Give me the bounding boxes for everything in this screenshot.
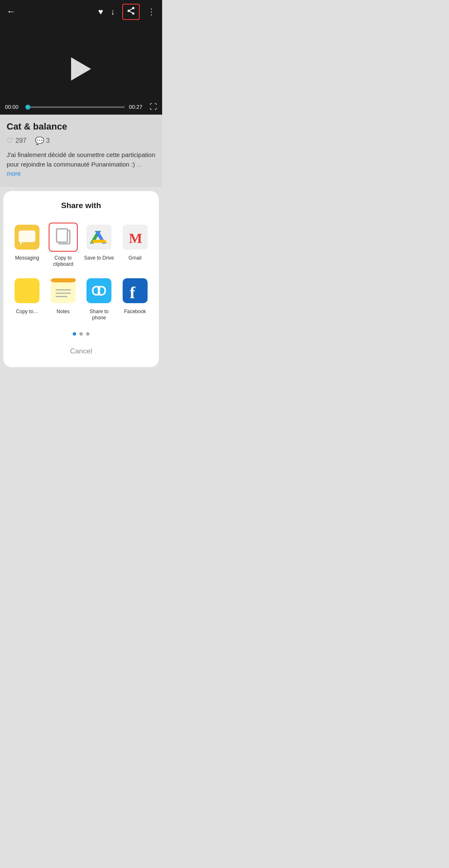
share-item-sharephone[interactable]: Share to phone [82, 274, 116, 324]
messaging-icon-wrap [12, 223, 42, 252]
top-bar-actions: ♥ ↓ ⋮ [98, 4, 155, 20]
top-bar: ← ♥ ↓ ⋮ [0, 0, 162, 23]
dot-1 [73, 332, 76, 336]
messaging-label: Messaging [15, 255, 39, 262]
svg-marker-15 [91, 240, 107, 243]
content-area: Cat & balance ♡ 297 💬 3 J'ai finalement … [0, 115, 162, 187]
current-time: 00:00 [5, 104, 22, 110]
facebook-icon: f [123, 278, 148, 303]
likes-stat: ♡ 297 [7, 136, 27, 145]
total-time: 00:27 [129, 104, 146, 110]
svg-point-1 [128, 10, 130, 12]
clipboard-icon-wrap [49, 223, 78, 252]
notes-label: Notes [57, 309, 69, 315]
back-button[interactable]: ← [7, 6, 16, 17]
share-title: Share with [10, 201, 152, 210]
share-item-gmail[interactable]: M Gmail [118, 220, 153, 270]
dot-2 [79, 332, 83, 336]
sharephone-label: Share to phone [83, 309, 116, 321]
messaging-icon [15, 225, 39, 250]
svg-point-0 [132, 7, 135, 9]
share-item-messaging[interactable]: Messaging [10, 220, 44, 270]
heart-icon[interactable]: ♥ [98, 7, 103, 17]
facebook-label: Facebook [124, 309, 146, 315]
facebook-icon-wrap: f [121, 276, 150, 305]
share-modal: Share with Messaging Copy t [3, 191, 159, 367]
stats-row: ♡ 297 💬 3 [7, 136, 155, 145]
notes-icon-wrap [49, 276, 78, 305]
progress-track[interactable] [26, 106, 125, 108]
pagination-dots [10, 332, 152, 336]
fullscreen-icon[interactable]: ⛶ [150, 103, 157, 111]
gmail-icon: M [123, 225, 148, 250]
comment-icon: 💬 [35, 136, 44, 145]
share-item-copyto[interactable]: Copy to… [10, 274, 44, 324]
copyto-label: Copy to… [16, 309, 38, 315]
progress-bar-area: 00:00 00:27 ⛶ [0, 99, 162, 115]
comments-stat: 💬 3 [35, 136, 50, 145]
svg-rect-10 [57, 229, 67, 242]
svg-line-3 [130, 11, 132, 13]
share-item-facebook[interactable]: f Facebook [118, 274, 153, 324]
sharephone-icon [86, 278, 111, 303]
gmail-icon-wrap: M [121, 223, 150, 252]
copyto-icon-wrap [12, 276, 42, 305]
drive-label: Save to Drive [84, 255, 114, 262]
cancel-button[interactable]: Cancel [10, 342, 152, 360]
svg-text:M: M [129, 230, 142, 246]
comments-count: 3 [46, 137, 50, 145]
svg-point-2 [132, 12, 135, 14]
video-player[interactable]: 00:00 00:27 ⛶ [0, 23, 162, 115]
drive-icon [86, 225, 111, 250]
video-description: J'ai finalement décidé de soumettre cett… [7, 150, 155, 179]
svg-line-4 [130, 8, 132, 10]
svg-text:f: f [130, 283, 136, 302]
share-icon[interactable] [122, 4, 140, 20]
drive-icon-wrap [84, 223, 113, 252]
heart-outline-icon: ♡ [7, 136, 13, 145]
clipboard-label: Copy to clipboard [47, 255, 80, 268]
likes-count: 297 [15, 137, 27, 145]
share-item-notes[interactable]: Notes [46, 274, 81, 324]
svg-rect-24 [51, 278, 76, 282]
share-item-drive[interactable]: Save to Drive [82, 220, 116, 270]
play-button[interactable] [71, 57, 91, 81]
progress-dot [25, 105, 30, 110]
notes-icon [51, 278, 76, 303]
dot-3 [86, 332, 89, 336]
clipboard-icon [51, 225, 76, 250]
video-title: Cat & balance [7, 121, 155, 132]
svg-rect-6 [19, 230, 35, 242]
more-icon[interactable]: ⋮ [147, 7, 155, 17]
share-svg [126, 6, 136, 15]
download-icon[interactable]: ↓ [111, 7, 115, 17]
sharephone-icon-wrap [84, 276, 113, 305]
copyto-icon [15, 278, 39, 303]
share-item-clipboard[interactable]: Copy to clipboard [46, 220, 81, 270]
gmail-label: Gmail [128, 255, 141, 262]
svg-rect-18 [15, 278, 39, 303]
share-grid: Messaging Copy to clipboard [10, 220, 152, 324]
